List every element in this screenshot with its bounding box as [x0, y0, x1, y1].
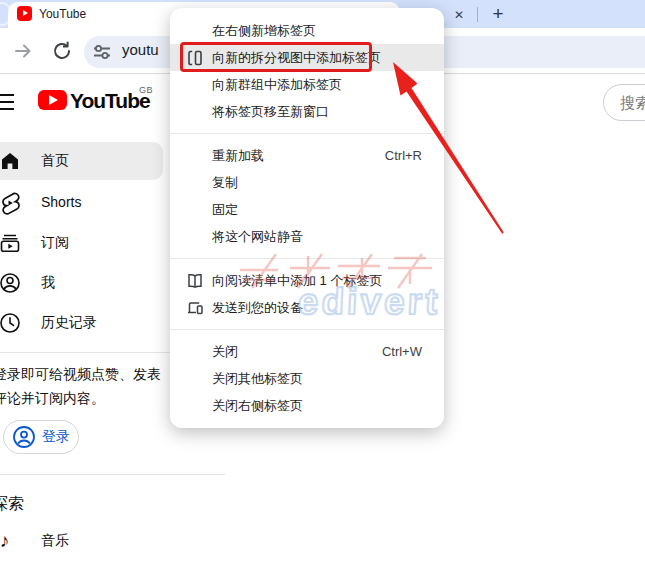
menu-item-duplicate[interactable]: 复制 — [170, 169, 444, 196]
menu-item-mute-site[interactable]: 将这个网站静音 — [170, 223, 444, 250]
menu-item-close-tabs-to-right[interactable]: 关闭右侧标签页 — [170, 392, 444, 419]
close-tab-icon[interactable]: ✕ — [451, 7, 467, 23]
menu-item-send-to-device[interactable]: 发送到您的设备 — [170, 294, 444, 321]
shortcut-reload: Ctrl+R — [385, 148, 422, 163]
explore-separator — [0, 474, 225, 475]
search-input[interactable]: 搜索 — [603, 84, 645, 121]
youtube-favicon-icon — [17, 6, 32, 21]
signin-avatar-icon — [12, 425, 36, 449]
subscriptions-icon — [0, 231, 22, 255]
menu-item-add-to-reading-list[interactable]: 向阅读清单中添加 1 个标签页 — [170, 267, 444, 294]
region-code-badge: GB — [139, 85, 153, 95]
browser-window: YouTube ✕ + youtu YouTube GB 搜索 — [0, 0, 645, 571]
youtube-play-icon — [38, 90, 67, 110]
history-clock-icon — [0, 311, 22, 335]
menu-item-pin[interactable]: 固定 — [170, 196, 444, 223]
signin-hint-line2: 评论并订阅内容。 — [0, 386, 193, 410]
youtube-wordmark: YouTube — [70, 89, 150, 113]
shortcut-close: Ctrl+W — [382, 344, 422, 359]
refresh-icon[interactable] — [50, 39, 74, 63]
forward-icon[interactable] — [11, 39, 35, 63]
signin-button[interactable]: 登录 — [3, 420, 79, 454]
menu-separator — [170, 329, 444, 330]
menu-hamburger-icon[interactable] — [0, 94, 14, 110]
split-view-icon — [186, 49, 204, 67]
shorts-icon — [0, 191, 22, 215]
menu-item-reload[interactable]: 重新加载 Ctrl+R — [170, 142, 444, 169]
signin-hint: 登录即可给视频点赞、发表 评论并订阅内容。 — [0, 362, 193, 410]
explore-heading: 探索 — [0, 494, 24, 515]
menu-item-close[interactable]: 关闭 Ctrl+W — [170, 338, 444, 365]
new-tab-button[interactable]: + — [488, 3, 508, 25]
sidebar-item-music[interactable]: ♪ 音乐 — [0, 522, 200, 560]
music-note-icon: ♪ — [0, 530, 10, 552]
menu-item-add-to-new-group[interactable]: 向新群组中添加标签页 — [170, 71, 444, 98]
tab-context-menu: 在右侧新增标签页 向新的拆分视图中添加标签页 向新群组中添加标签页 将标签页移至… — [170, 8, 444, 428]
reading-list-icon — [186, 272, 204, 290]
signin-button-label: 登录 — [42, 428, 70, 446]
menu-separator — [170, 258, 444, 259]
site-settings-tune-icon[interactable] — [92, 43, 112, 61]
menu-item-move-to-new-window[interactable]: 将标签页移至新窗口 — [170, 98, 444, 125]
sidebar-item-home[interactable]: 首页 — [0, 142, 163, 180]
home-icon — [0, 149, 22, 173]
search-placeholder: 搜索 — [620, 94, 645, 113]
menu-item-close-other-tabs[interactable]: 关闭其他标签页 — [170, 365, 444, 392]
tab-title: YouTube — [39, 7, 86, 21]
address-bar-text[interactable]: youtu — [122, 41, 159, 58]
menu-item-new-tab-right[interactable]: 在右侧新增标签页 — [170, 17, 444, 44]
account-circle-icon — [0, 271, 22, 295]
send-to-device-icon — [186, 299, 204, 317]
tab-strip-divider — [477, 7, 478, 22]
menu-separator — [170, 133, 444, 134]
menu-item-add-to-split-view[interactable]: 向新的拆分视图中添加标签页 — [170, 44, 444, 71]
signin-hint-line1: 登录即可给视频点赞、发表 — [0, 362, 193, 386]
